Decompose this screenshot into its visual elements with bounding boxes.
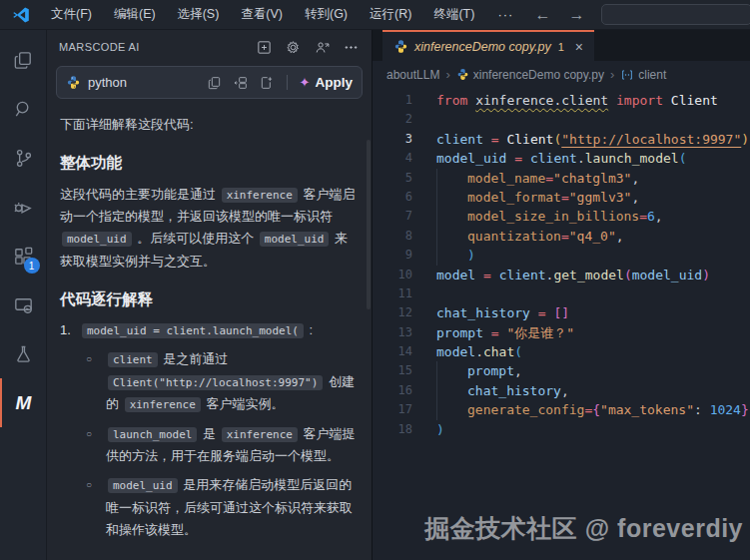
- line-number: 16: [373, 381, 412, 400]
- code-token: "chatglm3": [553, 171, 631, 186]
- inline-code-chip: xinference: [125, 397, 201, 412]
- navigate-back-icon[interactable]: ←: [525, 6, 559, 24]
- tab-close-icon[interactable]: ×: [575, 40, 583, 54]
- code-token: (: [514, 344, 522, 359]
- breadcrumb-folder[interactable]: aboutLLM: [386, 68, 439, 82]
- menu-item[interactable]: 选择(S): [167, 6, 231, 23]
- text-run: 。后续可以使用这个: [134, 231, 258, 246]
- code-token: [475, 268, 483, 282]
- navigate-forward-icon[interactable]: →: [559, 6, 593, 24]
- code-token: =: [483, 268, 491, 282]
- menu-bar: 文件(F)编辑(E)选择(S)查看(V)转到(G)运行(R)终端(T): [40, 6, 485, 23]
- code-line[interactable]: 18): [373, 420, 750, 439]
- testing-icon[interactable]: [0, 329, 47, 378]
- code-token: model: [436, 268, 475, 282]
- new-file-icon[interactable]: [259, 75, 275, 91]
- code-line[interactable]: 3client = Client("http://localhost:9997"…: [373, 130, 750, 149]
- code-line[interactable]: 13prompt = "你是谁？": [373, 323, 750, 342]
- code-token: client: [530, 151, 577, 166]
- run-debug-icon[interactable]: [0, 183, 47, 232]
- apply-button[interactable]: ✦ Apply: [300, 75, 353, 90]
- menu-item[interactable]: 文件(F): [40, 6, 103, 23]
- code-line[interactable]: 17generate_config={"max_tokens": 1024}: [373, 400, 750, 419]
- inline-code-chip: xinference: [222, 188, 298, 203]
- inline-code-chip: model_uid: [260, 232, 330, 247]
- menu-item[interactable]: 查看(V): [230, 6, 294, 23]
- menu-item[interactable]: 转到(G): [294, 6, 359, 23]
- inline-code-chip: model_uid = client.launch_model(: [82, 323, 304, 338]
- code-line[interactable]: 10model = client.get_model(model_uid): [373, 266, 750, 284]
- code-line[interactable]: 15prompt,: [373, 361, 750, 380]
- panel-scrollbar[interactable]: [367, 140, 371, 309]
- code-token: ,: [631, 171, 639, 186]
- insert-at-cursor-icon[interactable]: [233, 75, 249, 91]
- line-number: 14: [373, 342, 412, 361]
- code-line[interactable]: 16chat_history,: [373, 381, 750, 400]
- line-number: 3: [373, 130, 412, 149]
- extensions-icon[interactable]: 1: [0, 232, 47, 280]
- menu-item[interactable]: 编辑(E): [103, 6, 167, 23]
- copy-code-icon[interactable]: [207, 75, 223, 91]
- menu-item[interactable]: 终端(T): [422, 6, 485, 23]
- code-editor[interactable]: 1from xinference.client import Client23c…: [373, 88, 750, 560]
- breadcrumb-file[interactable]: xinferenceDemo copy.py: [456, 68, 604, 82]
- line-content: from xinference.client import Client: [436, 91, 718, 110]
- line-content: model.chat(: [436, 342, 522, 361]
- code-line[interactable]: 2: [373, 110, 750, 129]
- list-bullet: ○: [86, 348, 106, 415]
- tab-xinferencedemo-copy[interactable]: xinferenceDemo copy.py 1 ×: [382, 30, 594, 61]
- code-line[interactable]: 1from xinference.client import Client: [373, 91, 750, 110]
- code-token: .: [475, 344, 483, 359]
- breadcrumb-symbol[interactable]: client: [620, 68, 666, 82]
- line-number: 6: [373, 188, 412, 207]
- code-line[interactable]: 8quantization="q4_0",: [373, 227, 750, 246]
- indent-guide: [436, 227, 467, 246]
- code-token: get_model: [553, 268, 623, 282]
- inline-code-chip: client: [108, 352, 158, 367]
- line-content: quantization="q4_0",: [436, 227, 624, 246]
- source-control-icon[interactable]: [0, 134, 47, 183]
- code-token: "q4_0": [569, 229, 616, 244]
- tab-modified-badge: 1: [558, 41, 564, 53]
- new-chat-icon[interactable]: [256, 39, 273, 56]
- remote-explorer-icon[interactable]: [0, 280, 47, 329]
- indent-guide: [436, 400, 467, 419]
- search-icon[interactable]: [0, 85, 47, 134]
- code-token: 6: [647, 209, 655, 224]
- code-token: chat_history: [467, 383, 561, 398]
- code-line[interactable]: 4model_uid = client.launch_model(: [373, 149, 750, 168]
- code-token: [522, 151, 530, 166]
- code-line[interactable]: 5model_name="chatglm3",: [373, 169, 750, 188]
- line-content: prompt = "你是谁？": [436, 323, 574, 342]
- code-token: =: [639, 209, 647, 224]
- code-line[interactable]: 11: [373, 284, 750, 303]
- code-token: ): [702, 268, 710, 282]
- settings-gear-icon[interactable]: [285, 39, 302, 56]
- code-token: "max_tokens": [600, 402, 694, 417]
- command-search-box[interactable]: [601, 4, 750, 25]
- editor-group: xinferenceDemo copy.py 1 × aboutLLM › xi…: [373, 30, 750, 560]
- menu-item[interactable]: 运行(R): [359, 6, 422, 23]
- code-token: client: [436, 132, 483, 147]
- code-token: model_name: [467, 171, 545, 186]
- more-menu-button[interactable]: ···: [485, 7, 525, 22]
- line-content: ): [436, 246, 475, 265]
- marscode-ai-icon[interactable]: M: [0, 378, 47, 427]
- code-line[interactable]: 6model_format="ggmlv3",: [373, 188, 750, 207]
- code-token: prompt: [467, 363, 514, 378]
- code-token: chat_history: [436, 305, 530, 320]
- code-line[interactable]: 12chat_history = []: [373, 303, 750, 322]
- line-number: 12: [373, 303, 412, 322]
- explorer-icon[interactable]: [0, 36, 47, 85]
- line-number: 8: [373, 227, 412, 246]
- code-line[interactable]: 9): [373, 246, 750, 265]
- inline-code-chip: model_uid: [108, 478, 178, 493]
- sub-list-item: ○model_uid 是用来存储启动模型后返回的唯一标识符，后续可通过这个标识符…: [60, 474, 359, 541]
- account-share-icon[interactable]: [314, 39, 331, 56]
- code-line[interactable]: 7model_size_in_billions=6,: [373, 207, 750, 226]
- code-line[interactable]: 14model.chat(: [373, 342, 750, 361]
- search-input[interactable]: [602, 6, 750, 25]
- code-language-label: python: [88, 75, 127, 90]
- line-number: 11: [373, 284, 412, 303]
- panel-more-icon[interactable]: [343, 39, 360, 56]
